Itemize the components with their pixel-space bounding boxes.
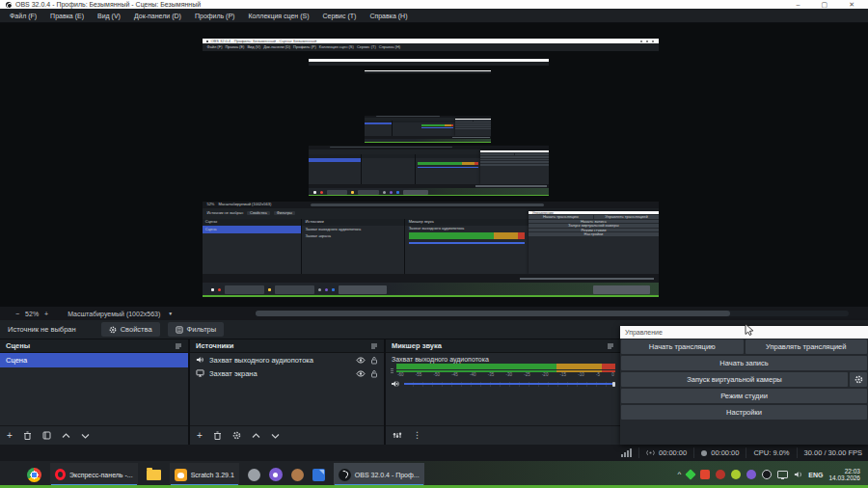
- volume-slider[interactable]: [404, 382, 615, 387]
- start-button[interactable]: [6, 469, 18, 481]
- horizontal-scrollbar[interactable]: [256, 311, 849, 316]
- move-scene-up-button[interactable]: [62, 433, 70, 439]
- scene-list-item[interactable]: Сцена: [0, 353, 188, 367]
- taskbar-scratch-window[interactable]: Scratch 3.29.1: [170, 463, 239, 486]
- panel-menu-icon[interactable]: [370, 342, 378, 350]
- panel-menu-icon[interactable]: [175, 342, 182, 350]
- tray-icon-2[interactable]: [700, 470, 710, 479]
- source-list-item[interactable]: Захват выходного аудиопотока: [190, 353, 384, 366]
- menu-tools[interactable]: Сервис (T): [316, 11, 364, 21]
- mixer-grip-handle[interactable]: [391, 364, 393, 378]
- taskbar-obs-window[interactable]: OBS 32.0.4 - Проф...: [334, 463, 424, 486]
- virtual-camera-settings-button[interactable]: [850, 372, 867, 387]
- menu-file[interactable]: Файл (F): [3, 11, 43, 21]
- stream-status-icon: [646, 449, 655, 456]
- app-icon-1[interactable]: [248, 469, 260, 481]
- remove-source-button[interactable]: [213, 431, 222, 441]
- start-recording-button[interactable]: Начать запись: [621, 356, 867, 370]
- add-source-button[interactable]: +: [197, 431, 203, 441]
- gear-icon: [854, 375, 863, 384]
- panel-menu-icon[interactable]: [607, 342, 614, 350]
- source-list-item[interactable]: Захват экрана: [190, 366, 384, 380]
- lock-icon[interactable]: [370, 356, 378, 365]
- gear-icon: [109, 326, 117, 334]
- move-source-up-button[interactable]: [252, 433, 260, 439]
- app-icon-2[interactable]: [291, 469, 304, 481]
- mouse-cursor: [744, 323, 755, 337]
- tray-network-icon[interactable]: [777, 471, 788, 478]
- opera-icon: [55, 469, 66, 480]
- visibility-eye-icon[interactable]: [356, 357, 366, 364]
- tray-volume-icon[interactable]: [794, 471, 802, 478]
- captured-screen-level3: [365, 70, 491, 143]
- mini-obs-logo-icon: [206, 41, 208, 42]
- mini-canvas: [203, 51, 659, 202]
- manage-broadcast-button[interactable]: Управлять трансляцией: [746, 339, 868, 354]
- zoom-in-button[interactable]: +: [44, 311, 48, 317]
- tray-obs-icon[interactable]: [762, 470, 772, 479]
- obs-icon: [339, 469, 351, 481]
- tray-icon-3[interactable]: [716, 470, 725, 479]
- mini-taskbar: [203, 283, 659, 297]
- menu-edit[interactable]: Правка (E): [43, 11, 91, 21]
- settings-button[interactable]: Настройки: [621, 405, 867, 420]
- tray-chevron-icon[interactable]: ^: [678, 471, 682, 478]
- cpu-usage: CPU: 9.0%: [746, 447, 789, 458]
- zoom-value: 52%: [25, 311, 39, 317]
- preview-controls-row: − 52% + Масштабируемый (1002x563) ▼: [0, 307, 868, 320]
- viber-icon[interactable]: [269, 468, 283, 481]
- remove-scene-button[interactable]: [23, 431, 32, 441]
- tray-viber-icon[interactable]: [746, 470, 756, 479]
- taskbar-clock[interactable]: 22:03 14.03.2026: [828, 468, 860, 481]
- minimize-button[interactable]: –: [797, 1, 800, 8]
- maximize-button[interactable]: ▢: [822, 1, 828, 9]
- language-indicator[interactable]: ENG: [808, 472, 823, 478]
- menu-scene-collection[interactable]: Коллекция сцен (S): [241, 11, 315, 21]
- kebab-menu-icon[interactable]: ⋮: [413, 431, 421, 440]
- properties-button[interactable]: Свойства: [101, 322, 160, 337]
- menu-view[interactable]: Вид (V): [91, 11, 127, 21]
- menu-docks[interactable]: Док-панели (D): [127, 11, 188, 21]
- visibility-eye-icon[interactable]: [356, 370, 366, 377]
- audio-mixer-panel: Микшер звука Захват выходного аудиопоток…: [386, 339, 620, 445]
- file-explorer-icon[interactable]: [147, 470, 161, 480]
- scratch-icon: [175, 469, 187, 481]
- captured-screen-level2: [309, 59, 549, 196]
- move-scene-down-button[interactable]: [81, 433, 90, 439]
- volume-slider-handle[interactable]: [612, 382, 615, 387]
- app-icon-3[interactable]: [312, 469, 325, 481]
- scale-mode-dropdown[interactable]: Масштабируемый (1002x563): [68, 311, 160, 317]
- tray-icon-4[interactable]: [731, 470, 741, 479]
- add-scene-button[interactable]: +: [7, 431, 13, 441]
- menu-profile[interactable]: Профиль (P): [188, 11, 242, 21]
- studio-mode-button[interactable]: Режим студии: [621, 389, 867, 403]
- mixer-track-name: Захват выходного аудиопотока: [386, 353, 620, 364]
- tray-icon-1[interactable]: [686, 469, 696, 479]
- start-streaming-button[interactable]: Начать трансляцию: [621, 339, 744, 354]
- scrollbar-thumb[interactable]: [256, 311, 730, 316]
- mini-menubar: Файл (F)Правка (E)Вид (V)Док-панели (D)П…: [203, 43, 659, 51]
- scene-filters-button[interactable]: [42, 431, 51, 440]
- screen-capture-icon: [196, 369, 204, 377]
- mute-speaker-icon[interactable]: [391, 380, 400, 388]
- start-virtual-camera-button[interactable]: Запуск виртуальной камеры: [621, 372, 848, 387]
- source-properties-button[interactable]: [232, 431, 241, 440]
- status-bar: 00:00:00 00:00:00 CPU: 9.0% 30.00 / 30.0…: [0, 445, 868, 461]
- no-source-label: Источник не выбран: [8, 325, 76, 334]
- scenes-panel: Сцены Сцена +: [0, 339, 188, 445]
- chrome-icon[interactable]: [27, 468, 41, 482]
- filters-icon: [176, 326, 183, 334]
- advanced-audio-icon[interactable]: [393, 431, 402, 440]
- taskbar-opera-window[interactable]: Экспресс-панель -...: [50, 463, 138, 486]
- filters-button[interactable]: Фильтры: [168, 322, 225, 337]
- close-button[interactable]: ✕: [849, 1, 854, 9]
- lock-icon[interactable]: [370, 369, 378, 378]
- menu-help[interactable]: Справка (H): [363, 11, 414, 21]
- fps-counter: 30.00 / 30.00 FPS: [797, 447, 862, 458]
- volume-meter: -60-55-50-45-40-35-30-25-20-15-10-50: [396, 364, 615, 378]
- zoom-out-button[interactable]: −: [15, 311, 19, 317]
- record-status-icon: [701, 450, 707, 456]
- chevron-down-icon[interactable]: ▼: [168, 311, 173, 316]
- preview-canvas[interactable]: OBS 32.0.4 - Профиль: Безымянный - Сцены…: [0, 23, 868, 307]
- move-source-down-button[interactable]: [271, 433, 280, 439]
